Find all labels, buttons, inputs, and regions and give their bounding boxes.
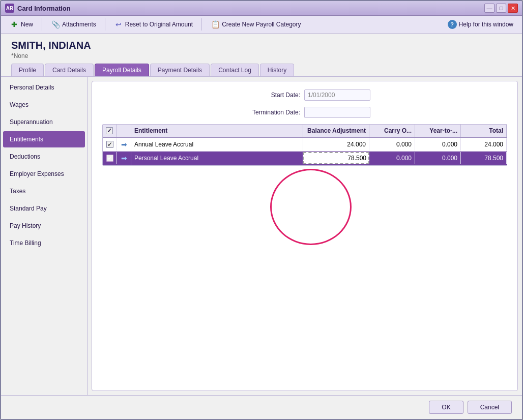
row1-carry: 0.000 xyxy=(369,138,415,151)
create-payroll-button[interactable]: 📋 Create New Payroll Category xyxy=(206,18,305,31)
row2-checkbox[interactable]: ✓ xyxy=(106,155,113,162)
window-title: Card Information xyxy=(17,5,71,12)
new-icon: ✚ xyxy=(10,20,19,29)
tab-history[interactable]: History xyxy=(260,64,294,76)
cancel-button[interactable]: Cancel xyxy=(468,401,512,414)
sidebar: Personal Details Wages Superannuation En… xyxy=(1,77,88,395)
create-payroll-label: Create New Payroll Category xyxy=(222,21,301,28)
create-payroll-icon: 📋 xyxy=(211,20,220,29)
reset-button[interactable]: ↩ Reset to Original Amount xyxy=(109,18,197,31)
sidebar-item-time-billing[interactable]: Time Billing xyxy=(3,235,85,251)
sidebar-item-deductions[interactable]: Deductions xyxy=(3,148,85,165)
table-header: ✓ Entitlement Balance Adjustment Carry O… xyxy=(103,125,507,138)
table-row[interactable]: ✓ ➡ Annual Leave Accrual 24.000 0.000 0.… xyxy=(103,138,507,152)
circle-annotation xyxy=(270,169,352,245)
main-content: Personal Details Wages Superannuation En… xyxy=(1,77,522,395)
row1-ytd: 0.000 xyxy=(415,138,461,151)
table-wrapper: ✓ Entitlement Balance Adjustment Carry O… xyxy=(102,124,507,166)
row2-entitlement: Personal Leave Accrual xyxy=(131,152,303,164)
attachments-icon: 📎 xyxy=(51,20,60,29)
employee-header: SMITH, INDIANA *None xyxy=(1,34,522,64)
row2-arrow-icon: ➡ xyxy=(120,154,128,162)
title-bar-left: AR Card Information xyxy=(5,4,71,13)
row1-arrow-icon: ➡ xyxy=(120,140,128,148)
termination-date-row: Termination Date: xyxy=(102,107,507,118)
tab-contact-log[interactable]: Contact Log xyxy=(211,64,259,76)
reset-label: Reset to Original Amount xyxy=(125,21,193,28)
employee-name: SMITH, INDIANA xyxy=(11,40,512,51)
sidebar-item-pay-history[interactable]: Pay History xyxy=(3,218,85,234)
minimize-button[interactable]: — xyxy=(484,4,495,13)
close-button[interactable]: ✕ xyxy=(508,4,518,13)
header-checkbox[interactable]: ✓ xyxy=(106,127,113,134)
row1-balance: 24.000 xyxy=(303,138,369,151)
col-header-entitlement: Entitlement xyxy=(131,125,303,137)
start-date-input[interactable] xyxy=(304,89,370,101)
row2-ytd: 0.000 xyxy=(415,152,461,164)
tab-payment-details[interactable]: Payment Details xyxy=(150,64,210,76)
sidebar-item-standard-pay[interactable]: Standard Pay xyxy=(3,200,85,217)
sidebar-item-personal-details[interactable]: Personal Details xyxy=(3,79,85,96)
row2-balance-editing[interactable]: 78.500 xyxy=(303,152,369,164)
entitlements-panel: Start Date: Termination Date: ✓ xyxy=(92,81,518,391)
sidebar-item-entitlements[interactable]: Entitlements xyxy=(3,131,85,147)
row2-total: 78.500 xyxy=(461,152,507,164)
help-label: Help for this window xyxy=(459,21,513,28)
app-logo: AR xyxy=(5,4,14,13)
col-header-balance: Balance Adjustment xyxy=(303,125,369,137)
row1-arrow-cell: ➡ xyxy=(117,138,131,151)
col-header-ytd: Year-to-... xyxy=(415,125,461,137)
help-icon: ? xyxy=(448,20,457,29)
col-header-total: Total xyxy=(461,125,507,137)
row2-arrow-cell: ➡ xyxy=(117,152,131,165)
ok-button[interactable]: OK xyxy=(429,401,463,414)
footer: OK Cancel xyxy=(1,395,522,419)
row2-carry: 0.000 xyxy=(369,152,415,164)
row1-checkbox[interactable]: ✓ xyxy=(106,141,113,148)
tab-payroll-details[interactable]: Payroll Details xyxy=(95,64,149,76)
col-header-check: ✓ xyxy=(103,125,117,137)
content-area: SMITH, INDIANA *None Profile Card Detail… xyxy=(1,34,522,395)
start-date-label: Start Date: xyxy=(239,92,300,99)
row1-total: 24.000 xyxy=(461,138,507,151)
sidebar-item-superannuation[interactable]: Superannuation xyxy=(3,114,85,130)
reset-icon: ↩ xyxy=(114,20,123,29)
tabs-bar: Profile Card Details Payroll Details Pay… xyxy=(1,64,522,77)
col-header-carry: Carry O... xyxy=(369,125,415,137)
separator-2 xyxy=(105,18,105,31)
maximize-button[interactable]: □ xyxy=(496,4,506,13)
new-label: New xyxy=(21,21,33,28)
help-button[interactable]: ? Help for this window xyxy=(443,18,518,31)
main-window: AR Card Information — □ ✕ ✚ New 📎 Attach… xyxy=(0,0,523,420)
entitlements-table: ✓ Entitlement Balance Adjustment Carry O… xyxy=(102,124,507,166)
tab-profile[interactable]: Profile xyxy=(11,64,44,76)
separator-1 xyxy=(42,18,42,31)
employee-sub: *None xyxy=(11,52,512,59)
separator-3 xyxy=(201,18,202,31)
start-date-row: Start Date: xyxy=(102,89,507,101)
row1-entitlement: Annual Leave Accrual xyxy=(131,138,303,151)
col-header-arrow xyxy=(117,125,131,137)
row1-checkbox-cell: ✓ xyxy=(103,138,117,151)
termination-date-label: Termination Date: xyxy=(239,109,300,116)
row2-checkbox-cell: ✓ xyxy=(103,152,117,164)
title-bar: AR Card Information — □ ✕ xyxy=(1,1,522,16)
toolbar: ✚ New 📎 Attachments ↩ Reset to Original … xyxy=(1,16,522,34)
sidebar-item-employer-expenses[interactable]: Employer Expenses xyxy=(3,166,85,182)
table-row[interactable]: ✓ ➡ Personal Leave Accrual 78.500 0.000 … xyxy=(103,152,507,165)
title-controls: — □ ✕ xyxy=(484,4,518,13)
termination-date-input[interactable] xyxy=(304,107,370,118)
sidebar-item-wages[interactable]: Wages xyxy=(3,97,85,113)
sidebar-item-taxes[interactable]: Taxes xyxy=(3,183,85,199)
attachments-button[interactable]: 📎 Attachments xyxy=(46,18,101,31)
tab-card-details[interactable]: Card Details xyxy=(45,64,94,76)
new-button[interactable]: ✚ New xyxy=(5,18,38,31)
attachments-label: Attachments xyxy=(62,21,96,28)
